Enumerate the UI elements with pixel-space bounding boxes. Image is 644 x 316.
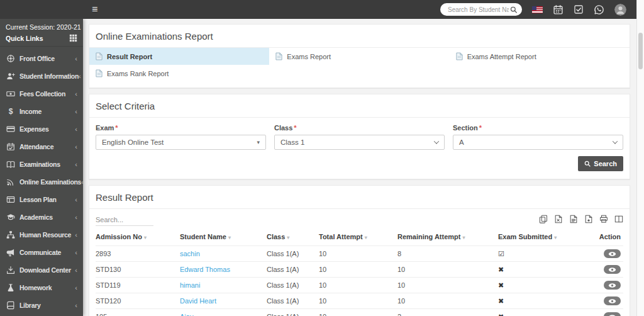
tasks-icon[interactable] — [574, 4, 584, 14]
sidebar-item-attendance[interactable]: Attendance ‹ — [0, 138, 83, 155]
sidebar-item-expenses[interactable]: Expenses ‹ — [0, 120, 83, 138]
table-row: 105 Ajay Class 1(A) 10 2 ✖ — [96, 309, 623, 316]
scrollbar-thumb[interactable] — [638, 33, 643, 69]
file-icon — [96, 52, 103, 60]
student-name-link[interactable]: himani — [180, 281, 200, 289]
sidebar-item-academics[interactable]: Academics ‹ — [0, 208, 83, 226]
income-icon: $ — [6, 107, 15, 116]
sidebar-item-homework[interactable]: Homework ‹ — [0, 279, 83, 296]
view-button[interactable] — [604, 249, 621, 258]
export-excel-button[interactable] — [553, 215, 563, 224]
chevron-left-icon: ‹ — [75, 232, 77, 239]
sidebar-item-front-office[interactable]: Front Office ‹ — [0, 50, 83, 67]
svg-text:$: $ — [9, 107, 13, 116]
sidebar-item-student-information[interactable]: Student Information ‹ — [0, 67, 83, 85]
file-icon — [275, 52, 282, 60]
sidebar-item-download-center[interactable]: Download Center ‹ — [0, 261, 83, 279]
admission-no-cell: STD130 — [96, 266, 121, 273]
sidebar-item-fees-collection[interactable]: Fees Collection ‹ — [0, 85, 83, 103]
exam-not-submitted-icon: ✖ — [498, 297, 504, 305]
chevron-left-icon: ‹ — [75, 126, 77, 133]
print-button[interactable] — [599, 215, 608, 224]
chevron-left-icon: ‹ — [75, 196, 77, 203]
exam-select[interactable]: English Online Test ▾ — [96, 135, 266, 150]
student-name-link[interactable]: Ajay — [180, 313, 193, 316]
sidebar-item-lesson-plan[interactable]: Lesson Plan ‹ — [0, 191, 83, 208]
view-button[interactable] — [604, 265, 621, 274]
export-pdf-button[interactable] — [584, 215, 593, 224]
column-visibility-button[interactable] — [614, 215, 623, 224]
column-header-total-attempt[interactable]: Total Attempt▾ — [319, 228, 397, 246]
view-button[interactable] — [604, 281, 621, 290]
eye-icon — [608, 267, 616, 273]
class-field: Class* Class 1 — [274, 124, 445, 150]
main-content: Online Examinations Report Result Report… — [83, 19, 636, 316]
select-criteria-title: Select Criteria — [89, 94, 630, 118]
dropdown-arrow-icon: ▾ — [257, 139, 260, 145]
table-search-input[interactable] — [96, 214, 153, 226]
attendance-icon — [6, 142, 15, 151]
student-search-box[interactable] — [440, 3, 522, 16]
search-icon[interactable] — [510, 6, 518, 14]
tab-exams-attempt-report[interactable]: Exams Attempt Report — [450, 48, 630, 65]
column-header-student-name[interactable]: Student Name▾ — [180, 228, 267, 246]
column-header-exam-submitted[interactable]: Exam Submitted▾ — [498, 228, 591, 246]
view-button[interactable] — [604, 312, 621, 316]
quick-links-grid-icon[interactable] — [69, 34, 77, 42]
student-name-link[interactable]: David Heart — [180, 297, 216, 305]
column-header-admission-no[interactable]: Admission No▾ — [96, 228, 180, 246]
sidebar-item-communicate[interactable]: Communicate ‹ — [0, 244, 83, 261]
remaining-attempt-cell: 10 — [397, 281, 405, 289]
expenses-icon — [6, 125, 15, 133]
exam-not-submitted-icon: ✖ — [498, 266, 504, 273]
online-examinations-icon — [6, 178, 15, 186]
student-name-link[interactable]: Edward Thomas — [180, 266, 230, 273]
report-tabs: Result Report Exams Report Exams Attempt… — [89, 48, 630, 87]
sidebar: Current Session: 2020-21 Quick Links Fro… — [0, 19, 83, 316]
quick-links-label: Quick Links — [6, 35, 43, 42]
class-select[interactable]: Class 1 — [274, 135, 445, 150]
table-row: STD119 himani Class 1(A) 10 10 ✖ — [96, 278, 623, 293]
page-scrollbar[interactable] — [636, 0, 644, 316]
class-cell: Class 1(A) — [267, 250, 299, 257]
sidebar-item-library[interactable]: Library ‹ — [0, 296, 83, 314]
sidebar-item-human-resource[interactable]: Human Resource ‹ — [0, 226, 83, 244]
required-mark: * — [294, 124, 296, 132]
exam-not-submitted-icon: ✖ — [498, 313, 504, 316]
tab-result-report[interactable]: Result Report — [89, 48, 269, 65]
eye-icon — [608, 314, 616, 316]
total-attempt-cell: 10 — [319, 266, 326, 273]
sidebar-item-online-examinations[interactable]: Online Examinations ‹ — [0, 173, 83, 191]
required-mark: * — [115, 124, 118, 132]
student-information-icon — [6, 72, 15, 81]
student-name-link[interactable]: sachin — [180, 250, 200, 257]
tab-exams-rank-report[interactable]: Exams Rank Report — [89, 65, 269, 82]
whatsapp-icon[interactable] — [594, 4, 604, 15]
sidebar-item-examinations[interactable]: Examinations ‹ — [0, 155, 83, 173]
export-toolbar — [538, 215, 623, 226]
column-header-remaining-attempt[interactable]: Remaining Attempt▾ — [397, 228, 498, 246]
chevron-left-icon: ‹ — [75, 108, 77, 115]
column-header-class[interactable]: Class▾ — [267, 228, 319, 246]
sidebar-toggle-icon[interactable]: ≡ — [92, 4, 97, 14]
admission-no-cell: 105 — [96, 313, 107, 316]
profile-avatar[interactable] — [614, 4, 626, 16]
search-button[interactable]: Search — [578, 156, 623, 171]
eye-icon — [608, 251, 616, 257]
tab-exams-report[interactable]: Exams Report — [269, 48, 449, 65]
chevron-left-icon: ‹ — [75, 144, 77, 150]
calendar-icon[interactable] — [553, 4, 564, 15]
academics-icon — [6, 213, 15, 222]
view-button[interactable] — [604, 296, 621, 305]
language-us-flag-icon[interactable] — [532, 6, 543, 13]
select-criteria-card: Select Criteria Exam* English Online Tes… — [89, 94, 630, 179]
sidebar-item-income[interactable]: $ Income ‹ — [0, 103, 83, 120]
section-select[interactable]: A — [453, 135, 623, 150]
sort-icon: ▾ — [554, 235, 557, 240]
search-icon — [584, 161, 591, 167]
export-csv-button[interactable] — [569, 215, 578, 224]
section-label: Section* — [453, 124, 623, 132]
student-search-input[interactable] — [447, 6, 510, 14]
export-copy-button[interactable] — [538, 215, 548, 224]
chevron-down-icon — [613, 138, 618, 144]
